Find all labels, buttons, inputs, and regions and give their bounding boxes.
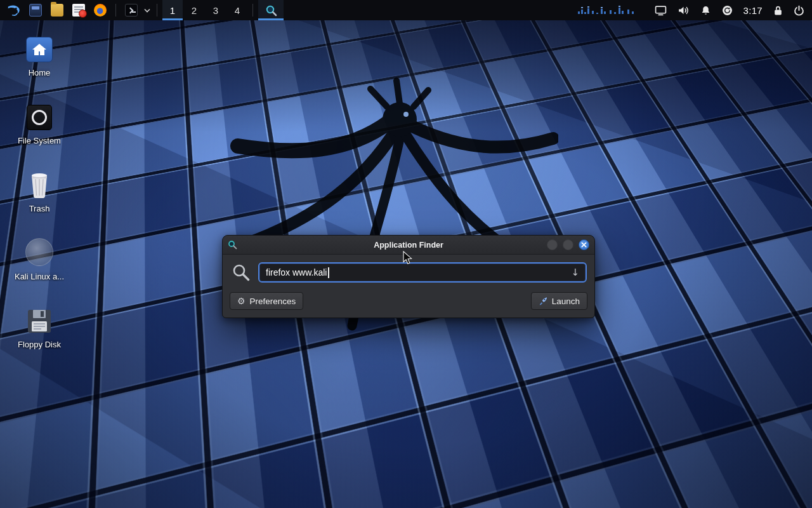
panel-separator <box>157 4 157 17</box>
close-icon <box>581 242 587 248</box>
button-row: ⚙ Preferences Launch <box>223 288 594 318</box>
workspace-3[interactable]: 3 <box>206 0 226 20</box>
floppy-disk-icon <box>27 309 52 334</box>
screen-lock-tray-icon[interactable] <box>773 5 783 16</box>
minimize-button[interactable] <box>547 239 558 250</box>
window-icon <box>29 4 42 17</box>
speaker-icon <box>678 5 690 16</box>
top-panel: 1 2 3 4 <box>0 0 812 20</box>
terminal-launcher[interactable] <box>121 1 141 20</box>
terminal-icon <box>125 4 138 17</box>
desktop-icon-label: Home <box>29 68 51 77</box>
launch-button[interactable]: Launch <box>531 292 587 310</box>
text-editor-launcher[interactable] <box>69 1 89 20</box>
titlebar[interactable]: Application Finder <box>223 236 594 255</box>
kali-logo-icon <box>6 3 22 18</box>
launch-icon <box>539 297 547 305</box>
logout-tray-icon[interactable] <box>794 5 804 16</box>
taskbar-application-finder[interactable] <box>258 0 284 20</box>
desktop-icon-trash[interactable]: Trash <box>9 168 70 236</box>
dropdown-arrow-icon[interactable]: ↓ <box>571 267 579 278</box>
search-icon <box>265 4 277 17</box>
kali-disc-icon <box>25 238 53 266</box>
kali-dragon-logo <box>203 69 558 373</box>
firefox-icon <box>94 4 107 17</box>
desktop-icon-column: Home File System Trash Kali Linux a... <box>9 32 70 371</box>
desktop-icon-file-system[interactable]: File System <box>9 100 70 168</box>
kali-menu-icon[interactable] <box>4 1 24 20</box>
window-title: Application Finder <box>285 241 532 250</box>
desktop-icon-label: File System <box>18 136 61 145</box>
folder-icon <box>51 4 63 17</box>
notifications-tray-icon[interactable] <box>700 5 711 16</box>
document-icon <box>72 4 85 17</box>
desktop-icon-kali-linux[interactable]: Kali Linux a... <box>9 236 70 304</box>
application-finder-window: Application Finder firefox www.kali ↓ <box>222 235 595 318</box>
launcher-dropdown[interactable] <box>143 1 152 20</box>
desktop-icon-floppy-disk[interactable]: Floppy Disk <box>9 304 70 371</box>
desktop-icon-label: Kali Linux a... <box>15 272 64 281</box>
system-tray: 3:17 <box>577 5 808 16</box>
window-stack-launcher[interactable] <box>25 1 46 20</box>
panel-separator <box>115 4 116 17</box>
desktop: 1 2 3 4 <box>0 0 812 508</box>
volume-tray-icon[interactable] <box>678 5 690 16</box>
system-monitor-applet[interactable] <box>577 6 638 15</box>
bell-icon <box>700 5 711 16</box>
preferences-button-label: Preferences <box>250 297 296 306</box>
desktop-icon-label: Floppy Disk <box>18 340 61 349</box>
display-icon <box>655 5 667 16</box>
firefox-launcher[interactable] <box>90 1 110 20</box>
updates-tray-icon[interactable] <box>722 5 733 16</box>
text-cursor <box>328 267 329 278</box>
chevron-down-icon <box>144 8 150 13</box>
search-icon <box>232 263 251 282</box>
file-manager-launcher[interactable] <box>47 1 67 20</box>
clock-applet[interactable]: 3:17 <box>743 5 763 16</box>
display-settings-tray-icon[interactable] <box>655 5 667 16</box>
search-query-text: firefox www.kali <box>266 267 327 277</box>
desktop-icon-home[interactable]: Home <box>9 32 70 100</box>
launch-button-label: Launch <box>552 297 580 306</box>
close-button[interactable] <box>579 239 589 250</box>
power-icon <box>794 5 804 16</box>
workspace-2[interactable]: 2 <box>184 0 204 20</box>
maximize-button[interactable] <box>563 239 573 250</box>
file-system-icon <box>27 105 52 130</box>
gear-icon: ⚙ <box>237 297 246 305</box>
search-row: firefox www.kali ↓ <box>223 255 594 288</box>
lock-icon <box>773 5 783 16</box>
preferences-button[interactable]: ⚙ Preferences <box>230 292 303 310</box>
desktop-icon-label: Trash <box>29 204 50 213</box>
window-app-icon <box>228 240 237 250</box>
trash-icon <box>28 170 51 198</box>
update-arrow-icon <box>722 5 733 16</box>
workspace-1[interactable]: 1 <box>162 0 183 20</box>
panel-separator <box>252 4 253 17</box>
workspace-4[interactable]: 4 <box>227 0 247 20</box>
home-icon <box>26 37 53 62</box>
search-input[interactable]: firefox www.kali ↓ <box>258 262 587 283</box>
